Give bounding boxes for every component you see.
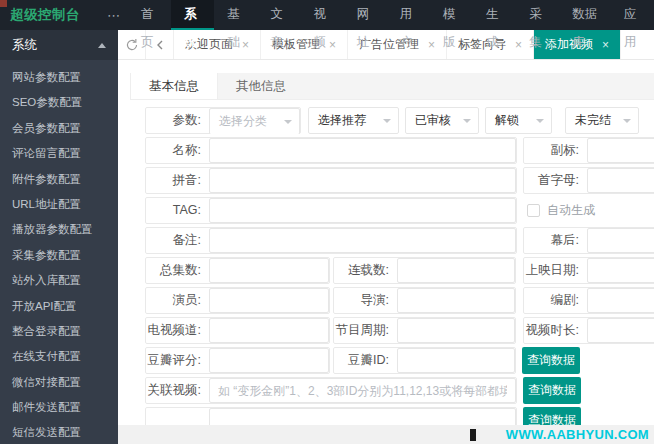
row-tag: TAG: 自动生成: [145, 197, 654, 224]
serial-label: 连载数:: [334, 258, 397, 283]
nav-item-user[interactable]: 用户: [387, 0, 430, 30]
sidebar-group-system[interactable]: 系统: [0, 30, 118, 60]
tab-basic-info[interactable]: 基本信息: [130, 73, 218, 99]
audit-select[interactable]: 已审核: [405, 107, 479, 134]
behind-input[interactable]: [587, 228, 654, 253]
sidebar-item-player-params[interactable]: 播放器参数配置: [0, 217, 118, 242]
collapse-arrow-icon: [98, 43, 106, 48]
nav-item-app[interactable]: 应用: [611, 0, 654, 30]
channel-label: 电视频道:: [146, 318, 209, 343]
sidebar-item-wechat-connect[interactable]: 微信对接配置: [0, 370, 118, 395]
chevron-left-icon: [155, 39, 165, 51]
lock-select[interactable]: 解锁: [485, 107, 552, 134]
director-input[interactable]: [397, 288, 515, 313]
behind-group: 幕后:: [523, 227, 654, 254]
finished-select[interactable]: 未完结: [565, 107, 639, 134]
sidebar-item-open-api[interactable]: 开放API配置: [0, 294, 118, 319]
duration-input[interactable]: [587, 318, 654, 343]
row-note: 备注: 幕后:: [145, 227, 654, 254]
sidebar-item-online-pay[interactable]: 在线支付配置: [0, 344, 118, 369]
query-data-button[interactable]: 查询数据: [522, 347, 580, 374]
writer-input[interactable]: [587, 288, 654, 313]
related-label: 关联视频:: [146, 378, 209, 403]
close-icon[interactable]: ×: [242, 39, 249, 51]
sidebar-item-member-params[interactable]: 会员参数配置: [0, 116, 118, 141]
chevron-down-icon: [623, 119, 631, 123]
category-select[interactable]: 选择分类: [209, 108, 300, 134]
cycle-input[interactable]: [397, 318, 515, 343]
param-group: 参数: 选择分类: [145, 107, 301, 134]
sidebar-collapse-icon[interactable]: ⋯: [107, 8, 120, 23]
subtitle-group: 副标:: [523, 137, 654, 164]
initial-input[interactable]: [587, 168, 654, 193]
tag-input[interactable]: [209, 198, 516, 223]
sidebar-item-comment-config[interactable]: 评论留言配置: [0, 141, 118, 166]
sidebar-item-mail-send[interactable]: 邮件发送配置: [0, 395, 118, 420]
row-pinyin: 拼音: 首字母:: [145, 167, 654, 194]
douban-id-label: 豆瓣ID:: [334, 348, 397, 373]
actors-group: 演员:: [145, 287, 330, 314]
note-input[interactable]: [209, 228, 516, 253]
nav-item-generate[interactable]: 生成: [473, 0, 516, 30]
subtitle-input[interactable]: [587, 138, 654, 163]
checkbox-icon[interactable]: [527, 204, 540, 217]
channel-group: 电视频道:: [145, 317, 330, 344]
writer-group: 编剧:: [523, 287, 654, 314]
pinyin-group: 拼音:: [145, 167, 517, 194]
sidebar-item-collect-params[interactable]: 采集参数配置: [0, 243, 118, 268]
nav-item-url[interactable]: 网址: [344, 0, 387, 30]
actors-input[interactable]: [209, 288, 329, 313]
initial-label: 首字母:: [524, 168, 587, 193]
top-nav: 首页 系统 基础 文章 视频 网址 用户 模版 生成 采集 数据库 应用: [128, 0, 654, 30]
nav-item-video[interactable]: 视频: [301, 0, 344, 30]
pinyin-input[interactable]: [209, 168, 516, 193]
close-icon[interactable]: ×: [602, 39, 609, 51]
sidebar-item-offsite-import[interactable]: 站外入库配置: [0, 268, 118, 293]
row-episodes: 总集数: 连载数: 上映日期:: [145, 257, 654, 284]
recommend-select[interactable]: 选择推荐: [308, 107, 399, 134]
nav-item-article[interactable]: 文章: [257, 0, 300, 30]
related-input[interactable]: [209, 378, 516, 403]
row-name: 名称: 副标:: [145, 137, 654, 164]
related-group: 关联视频:: [145, 377, 517, 404]
sidebar-item-integrated-login[interactable]: 整合登录配置: [0, 319, 118, 344]
top-bar: 超级控制台 ⋯ 首页 系统 基础 文章 视频 网址 用户 模版 生成 采集 数据…: [0, 0, 654, 30]
douban-id-input[interactable]: [397, 348, 515, 373]
release-input[interactable]: [587, 258, 654, 283]
name-label: 名称:: [146, 138, 209, 163]
nav-item-basic[interactable]: 基础: [214, 0, 257, 30]
subtitle-label: 副标:: [524, 138, 587, 163]
sidebar-item-site-params[interactable]: 网站参数配置: [0, 65, 118, 90]
nav-item-database[interactable]: 数据库: [559, 0, 611, 30]
sidebar-item-attachment-params[interactable]: 附件参数配置: [0, 167, 118, 192]
sidebar-item-sms-send[interactable]: 短信发送配置: [0, 420, 118, 444]
nav-item-home[interactable]: 首页: [128, 0, 171, 30]
channel-input[interactable]: [209, 318, 329, 343]
initial-group: 首字母:: [523, 167, 654, 194]
tab-other-info[interactable]: 其他信息: [218, 73, 304, 99]
query-data-button[interactable]: 查询数据: [523, 377, 581, 404]
auto-generate-checkbox-group[interactable]: 自动生成: [527, 197, 595, 224]
close-icon[interactable]: ×: [515, 39, 522, 51]
nav-item-system[interactable]: 系统: [171, 0, 214, 30]
app-window: 超级控制台 ⋯ 首页 系统 基础 文章 视频 网址 用户 模版 生成 采集 数据…: [0, 0, 654, 444]
douban-score-label: 豆瓣评分:: [146, 348, 209, 373]
nav-item-collect[interactable]: 采集: [516, 0, 559, 30]
sidebar-item-url-config[interactable]: URL地址配置: [0, 192, 118, 217]
episodes-input[interactable]: [209, 258, 329, 283]
nav-item-template[interactable]: 模版: [430, 0, 473, 30]
sidebar-item-seo-params[interactable]: SEO参数配置: [0, 90, 118, 115]
duration-label: 视频时长:: [524, 318, 587, 343]
brand-area: 超级控制台 ⋯: [0, 0, 128, 30]
auto-generate-label: 自动生成: [547, 202, 595, 219]
douban-score-input[interactable]: [209, 348, 329, 373]
tag-label: TAG:: [146, 198, 209, 223]
episodes-group: 总集数:: [145, 257, 330, 284]
name-input[interactable]: [209, 138, 516, 163]
close-icon[interactable]: ×: [329, 39, 336, 51]
serial-input[interactable]: [397, 258, 515, 283]
close-icon[interactable]: ×: [428, 39, 435, 51]
row-related: 关联视频: 查询数据: [145, 377, 654, 404]
tag-group: TAG:: [145, 197, 517, 224]
sidebar-menu: 网站参数配置 SEO参数配置 会员参数配置 评论留言配置 附件参数配置 URL地…: [0, 60, 118, 444]
